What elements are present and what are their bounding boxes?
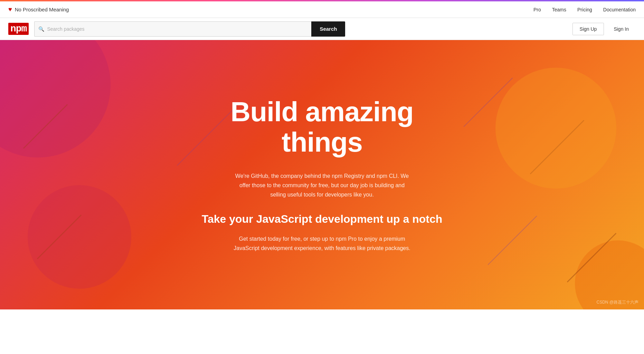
npm-logo: npm — [8, 23, 29, 35]
nav-pro[interactable]: Pro — [533, 7, 541, 12]
hero-title: Build amazing things — [201, 97, 443, 157]
top-banner: ♥ No Proscribed Meaning Pro Teams Pricin… — [0, 1, 644, 18]
signin-button[interactable]: Sign In — [607, 23, 636, 35]
main-header: npm 🔍 Search Sign Up Sign In — [0, 18, 644, 40]
search-icon: 🔍 — [38, 26, 44, 32]
watermark: CSDN @路遥三十六声 — [596, 299, 638, 305]
heart-icon: ♥ — [8, 6, 12, 13]
nav-teams[interactable]: Teams — [552, 7, 566, 12]
site-tagline: No Proscribed Meaning — [15, 7, 69, 12]
search-input-wrapper: 🔍 — [34, 21, 311, 37]
hero-section: Build amazing things We're GitHub, the c… — [0, 40, 644, 309]
top-banner-brand: ♥ No Proscribed Meaning — [8, 6, 69, 13]
signup-button[interactable]: Sign Up — [572, 23, 604, 35]
decorative-purple-line-2 — [488, 216, 537, 265]
top-nav: Pro Teams Pricing Documentation — [533, 7, 636, 12]
decorative-shape-4 — [575, 240, 644, 309]
decorative-shape-3 — [495, 68, 616, 189]
decorative-shape-2 — [28, 185, 131, 289]
hero-description: We're GitHub, the company behind the npm… — [232, 171, 412, 200]
hero-sub-description: Get started today for free, or step up t… — [232, 234, 412, 253]
hero-content: Build amazing things We're GitHub, the c… — [201, 97, 443, 253]
search-input[interactable] — [34, 21, 311, 37]
search-button[interactable]: Search — [311, 21, 345, 37]
hero-subtitle: Take your JavaScript development up a no… — [201, 212, 443, 226]
nav-documentation[interactable]: Documentation — [603, 7, 636, 12]
header-auth: Sign Up Sign In — [572, 23, 636, 35]
decorative-shape-1 — [0, 40, 111, 157]
nav-pricing[interactable]: Pricing — [577, 7, 592, 12]
search-form: 🔍 Search — [34, 21, 345, 37]
